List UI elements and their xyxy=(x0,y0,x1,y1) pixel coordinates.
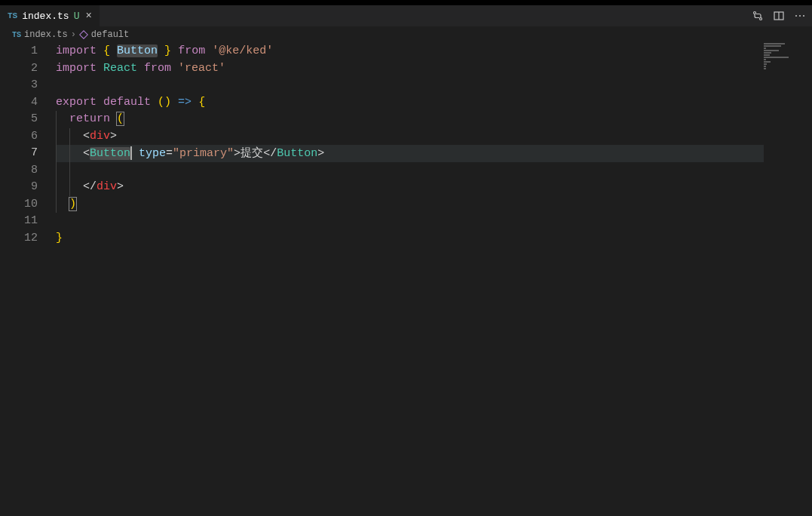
code-line: } xyxy=(47,230,812,247)
svg-point-5 xyxy=(799,15,801,17)
code-line xyxy=(47,77,812,94)
code-line: import { Button } from '@ke/ked' xyxy=(47,43,812,60)
breadcrumb-file[interactable]: index.ts xyxy=(24,29,68,40)
more-actions-icon[interactable] xyxy=(794,10,806,22)
code-line: export default () => { xyxy=(47,94,812,112)
code-line: import React from 'react' xyxy=(47,60,812,78)
line-number: 9 xyxy=(0,179,38,196)
symbol-icon xyxy=(79,30,88,39)
chevron-right-icon: › xyxy=(71,29,76,40)
line-number: 2 xyxy=(0,60,38,78)
code-line: ) xyxy=(47,196,812,213)
breadcrumb[interactable]: TS index.ts › default xyxy=(0,26,812,43)
window-top-bar xyxy=(0,0,812,5)
line-number-gutter: 1 2 3 4 5 6 7 8 9 10 11 12 xyxy=(0,43,47,516)
svg-point-0 xyxy=(754,12,756,14)
line-number: 12 xyxy=(0,230,38,247)
line-number: 5 xyxy=(0,111,38,128)
text-cursor xyxy=(130,146,132,160)
line-number: 1 xyxy=(0,43,38,60)
code-line: <Button type="primary">提交</Button> xyxy=(47,145,812,162)
tab-index-ts[interactable]: TS index.ts U × xyxy=(0,5,100,26)
line-number: 4 xyxy=(0,94,38,112)
breadcrumb-symbol[interactable]: default xyxy=(91,29,129,40)
svg-point-4 xyxy=(795,15,797,17)
line-number: 10 xyxy=(0,196,38,213)
code-area[interactable]: import { Button } from '@ke/ked' import … xyxy=(47,43,812,516)
code-line xyxy=(47,162,812,180)
line-number: 8 xyxy=(0,162,38,180)
compare-changes-icon[interactable] xyxy=(752,10,764,22)
tabs-bar: TS index.ts U × xyxy=(0,5,812,26)
code-line: <div> xyxy=(47,128,812,146)
line-number: 6 xyxy=(0,128,38,146)
tab-git-status: U xyxy=(74,11,80,22)
tab-filename: index.ts xyxy=(22,11,69,22)
typescript-icon: TS xyxy=(8,11,17,20)
vertical-scrollbar[interactable] xyxy=(801,43,812,516)
close-icon[interactable]: × xyxy=(85,11,91,21)
line-number: 11 xyxy=(0,213,38,230)
typescript-icon: TS xyxy=(12,31,21,39)
split-editor-icon[interactable] xyxy=(773,10,785,22)
minimap[interactable] xyxy=(764,43,801,516)
svg-rect-7 xyxy=(80,31,88,39)
code-line xyxy=(47,213,812,230)
line-number: 3 xyxy=(0,77,38,94)
code-line: </div> xyxy=(47,179,812,196)
editor[interactable]: 1 2 3 4 5 6 7 8 9 10 11 12 import { Butt… xyxy=(0,43,812,516)
svg-point-6 xyxy=(803,15,804,17)
line-number: 7 xyxy=(0,145,38,162)
svg-point-1 xyxy=(760,18,762,20)
code-line: return ( xyxy=(47,111,812,128)
